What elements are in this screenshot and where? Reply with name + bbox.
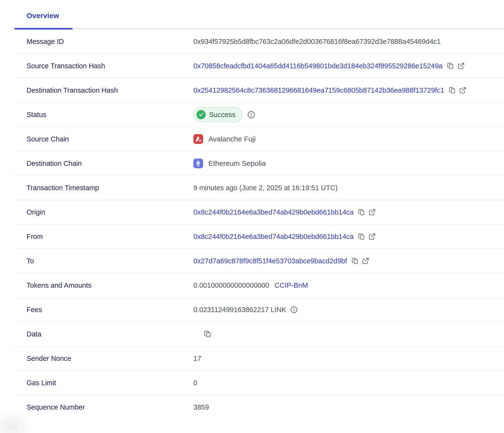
row-destination-tx-hash: Destination Transaction Hash 0x254129825… [14, 78, 504, 102]
tab-bar: Overview [0, 0, 504, 20]
row-label: Status [14, 111, 193, 119]
row-sequence-number: Sequence Number 3859 [14, 395, 504, 419]
row-tokens-and-amounts: Tokens and Amounts 0.001000000000000000 … [14, 273, 504, 298]
sequence-number-value: 3859 [193, 403, 209, 411]
row-label: Message ID [14, 38, 193, 46]
row-sender-nonce: Sender Nonce 17 [14, 346, 504, 371]
status-text: Success [209, 111, 236, 119]
row-message-id: Message ID 0x934f57925b5d8fbc763c2a06dfe… [14, 29, 504, 54]
row-data: Data [14, 322, 504, 346]
row-gas-limit: Gas Limit 0 [14, 371, 504, 395]
external-link-icon[interactable] [459, 87, 466, 94]
overview-table: Message ID 0x934f57925b5d8fbc763c2a06dfe… [14, 29, 504, 419]
copy-icon[interactable] [358, 209, 365, 216]
status-badge: Success [193, 107, 242, 122]
row-source-chain: Source Chain Avalanche Fuji [14, 127, 504, 151]
row-label: Gas Limit [14, 379, 193, 387]
row-destination-chain: Destination Chain Ethereum Sepolia [14, 151, 504, 176]
row-label: Tokens and Amounts [14, 281, 193, 289]
row-label: From [14, 233, 193, 241]
from-address-link[interactable]: 0x8c244f0b2164e6a3bed74ab429b0ebd661bb14… [193, 233, 353, 241]
row-from: From 0x8c244f0b2164e6a3bed74ab429b0ebd66… [14, 224, 504, 249]
destination-chain-name: Ethereum Sepolia [208, 159, 266, 167]
sender-nonce-value: 17 [193, 355, 201, 362]
source-chain-name: Avalanche Fuji [208, 135, 256, 143]
row-label: Source Chain [14, 135, 193, 143]
tab-underline-track [14, 28, 504, 29]
external-link-icon[interactable] [458, 62, 465, 70]
origin-address-link[interactable]: 0x8c244f0b2164e6a3bed74ab429b0ebd661bb14… [193, 208, 353, 216]
info-icon[interactable] [247, 111, 255, 119]
destination-tx-hash-link[interactable]: 0x25412982564c8c7363681296681649ea7159c6… [193, 86, 444, 94]
external-link-icon[interactable] [362, 257, 369, 265]
row-status: Status Success [14, 102, 504, 127]
row-fees: Fees 0.023112499163862217 LINK [14, 298, 504, 322]
avalanche-logo-icon [193, 134, 203, 144]
external-link-icon[interactable] [369, 209, 376, 216]
row-label: Destination Transaction Hash [14, 86, 193, 94]
token-amount: 0.001000000000000000 [193, 281, 269, 289]
tab-underline [0, 28, 504, 29]
row-source-tx-hash: Source Transaction Hash 0x70858cfeadcfbd… [14, 54, 504, 78]
row-label: Data [14, 330, 193, 338]
to-address-link[interactable]: 0x27d7a69c878f9c8f51f4e53703abce9bacd2d9… [193, 257, 347, 265]
source-tx-hash-link[interactable]: 0x70858cfeadcfbd1404a65dd4116b549801bde3… [193, 62, 442, 70]
row-label: To [14, 257, 193, 265]
row-label: Transaction Timestamp [14, 184, 193, 192]
check-icon [197, 110, 206, 119]
row-to: To 0x27d7a69c878f9c8f51f4e53703abce9bacd… [14, 249, 504, 273]
copy-icon[interactable] [447, 62, 454, 70]
copy-icon[interactable] [204, 330, 211, 338]
row-label: Source Transaction Hash [14, 62, 193, 70]
row-label: Fees [14, 306, 193, 314]
external-link-icon[interactable] [369, 233, 376, 240]
copy-icon[interactable] [449, 87, 456, 94]
row-transaction-timestamp: Transaction Timestamp 9 minutes ago (Jun… [14, 176, 504, 200]
tab-underline-active [14, 28, 72, 29]
row-label: Sender Nonce [14, 355, 193, 362]
copy-icon[interactable] [358, 233, 365, 240]
info-icon[interactable] [290, 306, 298, 313]
row-label: Origin [14, 208, 193, 216]
ethereum-logo-icon [193, 159, 203, 168]
row-label: Sequence Number [14, 403, 193, 411]
row-label: Destination Chain [14, 159, 193, 167]
message-id-value: 0x934f57925b5d8fbc763c2a06dfe2d003676816… [193, 38, 441, 46]
gas-limit-value: 0 [193, 379, 197, 387]
token-link[interactable]: CCIP-BnM [275, 281, 308, 289]
timestamp-value: 9 minutes ago (June 2, 2025 at 16:19:51 … [193, 184, 338, 192]
row-origin: Origin 0x8c244f0b2164e6a3bed74ab429b0ebd… [14, 200, 504, 224]
fees-value: 0.023112499163862217 LINK [193, 306, 286, 314]
tab-overview[interactable]: Overview [27, 12, 59, 20]
copy-icon[interactable] [351, 257, 359, 265]
